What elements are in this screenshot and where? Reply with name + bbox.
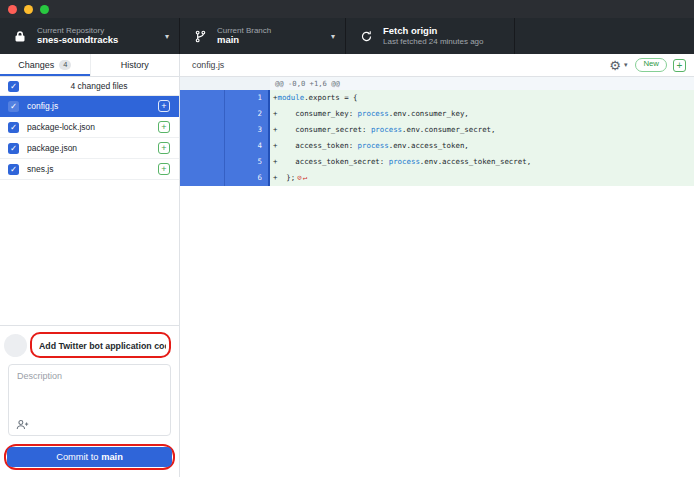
commit-form: Commit to main <box>0 325 179 477</box>
changed-files-header: ✓ 4 changed files <box>0 77 179 96</box>
file-name: config.js <box>27 101 158 111</box>
diff-line[interactable]: 3 + consumer_secret: process.env.consume… <box>180 122 694 138</box>
changes-count-badge: 4 <box>59 60 71 70</box>
add-icon[interactable]: + <box>673 59 686 72</box>
file-added-icon: + <box>158 100 170 112</box>
select-all-checkbox[interactable]: ✓ <box>8 81 19 92</box>
fetch-origin-button[interactable]: Fetch origin Last fetched 24 minutes ago <box>346 18 515 54</box>
file-name: package-lock.json <box>27 122 158 132</box>
file-name: package.json <box>27 143 158 153</box>
commit-description-input[interactable] <box>9 365 170 417</box>
file-added-icon: + <box>158 142 170 154</box>
toolbar: Current Repository snes-soundtracks ▾ Cu… <box>0 18 694 54</box>
add-coauthor-icon[interactable] <box>16 419 29 430</box>
avatar <box>4 334 27 357</box>
commit-button-red-annotation: Commit to main <box>4 444 175 470</box>
tab-history[interactable]: History <box>90 54 180 76</box>
sync-icon <box>358 28 374 44</box>
line-number: 1 <box>225 90 270 106</box>
fetch-origin-label: Fetch origin <box>383 26 504 37</box>
tab-changes-label: Changes <box>18 60 54 70</box>
line-number: 6 <box>225 170 270 186</box>
chevron-down-icon: ▾ <box>165 32 169 41</box>
github-desktop-window: Current Repository snes-soundtracks ▾ Cu… <box>0 0 694 477</box>
titlebar <box>0 0 694 18</box>
diff-file-title: config.js <box>192 60 609 70</box>
file-added-icon: + <box>158 163 170 175</box>
commit-button[interactable]: Commit to main <box>7 447 172 467</box>
file-checkbox[interactable]: ✓ <box>8 143 19 154</box>
sidebar-tabs: Changes 4 History <box>0 54 179 77</box>
tab-history-label: History <box>121 60 149 70</box>
gear-icon[interactable]: ⚙ <box>609 59 621 72</box>
diff-header: config.js ⚙ ▾ New + <box>180 54 694 77</box>
git-branch-icon <box>192 28 208 44</box>
file-checkbox[interactable]: ✓ <box>8 122 19 133</box>
file-added-icon: + <box>158 121 170 133</box>
commit-description-box <box>8 364 171 436</box>
current-branch-name: main <box>217 35 327 46</box>
diff-pane: config.js ⚙ ▾ New + @@ -0,0 +1,6 @@ 1 +m… <box>180 54 694 477</box>
file-name: snes.js <box>27 164 158 174</box>
changed-files-count: 4 changed files <box>19 81 179 91</box>
file-row-package-lock-json[interactable]: ✓ package-lock.json + <box>0 117 179 138</box>
no-newline-marker: ⊘↵ <box>295 173 308 182</box>
file-checkbox[interactable]: ✓ <box>8 101 19 112</box>
line-number: 3 <box>225 122 270 138</box>
summary-red-annotation <box>30 332 171 358</box>
sidebar: Changes 4 History ✓ 4 changed files ✓ co… <box>0 54 180 477</box>
maximize-window-button[interactable] <box>40 5 49 14</box>
file-checkbox[interactable]: ✓ <box>8 164 19 175</box>
line-number: 5 <box>225 154 270 170</box>
diff-line[interactable]: 1 +module.exports = { <box>180 90 694 106</box>
hunk-header-row: @@ -0,0 +1,6 @@ <box>180 77 694 90</box>
diff-body: @@ -0,0 +1,6 @@ 1 +module.exports = { 2 … <box>180 77 694 477</box>
file-row-package-json[interactable]: ✓ package.json + <box>0 138 179 159</box>
hunk-header-text: @@ -0,0 +1,6 @@ <box>270 77 340 90</box>
new-file-badge: New <box>635 58 667 72</box>
current-repository-name: snes-soundtracks <box>37 35 161 46</box>
file-row-snes-js[interactable]: ✓ snes.js + <box>0 159 179 180</box>
line-number: 2 <box>225 106 270 122</box>
chevron-down-icon: ▾ <box>331 32 335 41</box>
lock-icon <box>12 28 28 44</box>
current-repository-dropdown[interactable]: Current Repository snes-soundtracks ▾ <box>0 18 180 54</box>
fetch-origin-sublabel: Last fetched 24 minutes ago <box>383 37 504 46</box>
diff-line[interactable]: 6 + };⊘↵ <box>180 170 694 186</box>
diff-line[interactable]: 5 + access_token_secret: process.env.acc… <box>180 154 694 170</box>
tab-changes[interactable]: Changes 4 <box>0 54 90 76</box>
minimize-window-button[interactable] <box>24 5 33 14</box>
current-branch-dropdown[interactable]: Current Branch main ▾ <box>180 18 346 54</box>
file-row-config-js[interactable]: ✓ config.js + <box>0 96 179 117</box>
close-window-button[interactable] <box>8 5 17 14</box>
diff-line[interactable]: 4 + access_token: process.env.access_tok… <box>180 138 694 154</box>
line-number: 4 <box>225 138 270 154</box>
diff-line[interactable]: 2 + consumer_key: process.env.consumer_k… <box>180 106 694 122</box>
commit-summary-input[interactable] <box>33 337 168 355</box>
chevron-down-icon[interactable]: ▾ <box>624 61 628 69</box>
